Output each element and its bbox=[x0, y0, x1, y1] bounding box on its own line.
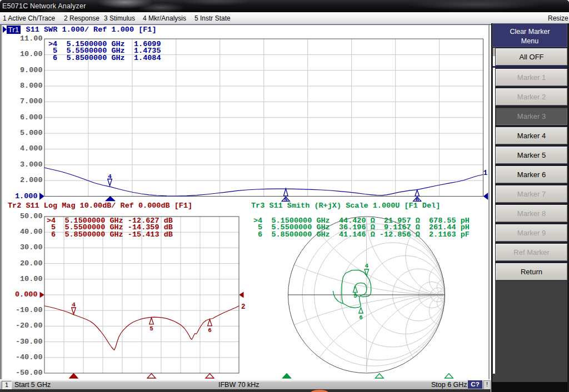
svg-text:5: 5 bbox=[149, 325, 153, 332]
svg-text:1: 1 bbox=[483, 169, 488, 177]
svg-text:6: 6 bbox=[359, 314, 363, 321]
svg-text:2: 2 bbox=[241, 303, 246, 311]
svg-text:4: 4 bbox=[108, 173, 112, 180]
svg-text:5: 5 bbox=[353, 293, 357, 299]
svg-text:4: 4 bbox=[365, 263, 368, 269]
svg-text:4: 4 bbox=[72, 301, 76, 308]
svg-text:6: 6 bbox=[208, 327, 212, 334]
